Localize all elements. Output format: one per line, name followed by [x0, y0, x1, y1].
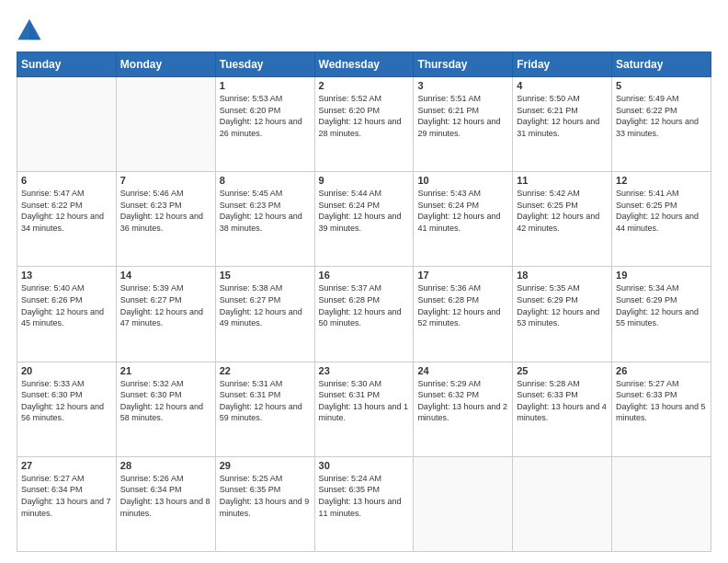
- day-number: 21: [120, 365, 211, 376]
- day-info: Sunrise: 5:47 AM Sunset: 6:22 PM Dayligh…: [21, 188, 112, 234]
- calendar-cell: 24Sunrise: 5:29 AM Sunset: 6:32 PM Dayli…: [414, 362, 513, 456]
- day-info: Sunrise: 5:26 AM Sunset: 6:34 PM Dayligh…: [120, 473, 211, 519]
- day-info: Sunrise: 5:43 AM Sunset: 6:24 PM Dayligh…: [417, 188, 508, 234]
- calendar-cell: 6Sunrise: 5:47 AM Sunset: 6:22 PM Daylig…: [17, 172, 117, 267]
- day-info: Sunrise: 5:34 AM Sunset: 6:29 PM Dayligh…: [616, 282, 707, 328]
- calendar-cell: 18Sunrise: 5:35 AM Sunset: 6:29 PM Dayli…: [513, 267, 612, 362]
- day-number: 26: [616, 365, 707, 376]
- logo-icon: [17, 17, 42, 42]
- day-info: Sunrise: 5:27 AM Sunset: 6:33 PM Dayligh…: [616, 378, 707, 424]
- day-number: 18: [517, 270, 608, 281]
- day-number: 16: [319, 270, 410, 281]
- day-header-thursday: Thursday: [414, 52, 513, 77]
- day-number: 25: [517, 365, 608, 376]
- calendar-cell: 11Sunrise: 5:42 AM Sunset: 6:25 PM Dayli…: [513, 172, 612, 267]
- day-info: Sunrise: 5:52 AM Sunset: 6:20 PM Dayligh…: [319, 93, 410, 139]
- calendar-cell: 19Sunrise: 5:34 AM Sunset: 6:29 PM Dayli…: [612, 267, 711, 362]
- day-number: 19: [616, 270, 707, 281]
- day-header-friday: Friday: [513, 52, 612, 77]
- day-info: Sunrise: 5:53 AM Sunset: 6:20 PM Dayligh…: [220, 93, 311, 139]
- calendar-cell: 9Sunrise: 5:44 AM Sunset: 6:24 PM Daylig…: [314, 172, 414, 267]
- day-number: 6: [21, 175, 112, 186]
- calendar-cell: 3Sunrise: 5:51 AM Sunset: 6:21 PM Daylig…: [414, 77, 513, 172]
- calendar-cell: 17Sunrise: 5:36 AM Sunset: 6:28 PM Dayli…: [414, 267, 513, 362]
- calendar-cell: [116, 77, 215, 172]
- day-header-monday: Monday: [116, 52, 215, 77]
- day-header-saturday: Saturday: [612, 52, 711, 77]
- day-number: 9: [319, 175, 410, 186]
- day-info: Sunrise: 5:51 AM Sunset: 6:21 PM Dayligh…: [417, 93, 508, 139]
- day-info: Sunrise: 5:45 AM Sunset: 6:23 PM Dayligh…: [220, 188, 311, 234]
- day-number: 17: [417, 270, 508, 281]
- calendar-table: SundayMondayTuesdayWednesdayThursdayFrid…: [17, 52, 711, 552]
- day-info: Sunrise: 5:28 AM Sunset: 6:33 PM Dayligh…: [517, 378, 608, 424]
- calendar-cell: 12Sunrise: 5:41 AM Sunset: 6:25 PM Dayli…: [612, 172, 711, 267]
- day-info: Sunrise: 5:40 AM Sunset: 6:26 PM Dayligh…: [21, 282, 112, 328]
- day-info: Sunrise: 5:24 AM Sunset: 6:35 PM Dayligh…: [319, 473, 410, 519]
- calendar-cell: 2Sunrise: 5:52 AM Sunset: 6:20 PM Daylig…: [314, 77, 414, 172]
- calendar-cell: 30Sunrise: 5:24 AM Sunset: 6:35 PM Dayli…: [314, 456, 414, 551]
- day-info: Sunrise: 5:29 AM Sunset: 6:32 PM Dayligh…: [417, 378, 508, 424]
- day-number: 2: [319, 80, 410, 91]
- day-number: 4: [517, 80, 608, 91]
- calendar-cell: 20Sunrise: 5:33 AM Sunset: 6:30 PM Dayli…: [17, 362, 117, 456]
- calendar-cell: 10Sunrise: 5:43 AM Sunset: 6:24 PM Dayli…: [414, 172, 513, 267]
- calendar-cell: [612, 456, 711, 551]
- logo: [17, 17, 46, 42]
- day-info: Sunrise: 5:44 AM Sunset: 6:24 PM Dayligh…: [319, 188, 410, 234]
- day-number: 23: [319, 365, 410, 376]
- day-info: Sunrise: 5:50 AM Sunset: 6:21 PM Dayligh…: [517, 93, 608, 139]
- calendar-cell: 1Sunrise: 5:53 AM Sunset: 6:20 PM Daylig…: [215, 77, 314, 172]
- day-number: 11: [517, 175, 608, 186]
- week-row-2: 6Sunrise: 5:47 AM Sunset: 6:22 PM Daylig…: [17, 172, 711, 267]
- header-row: SundayMondayTuesdayWednesdayThursdayFrid…: [17, 52, 711, 77]
- day-header-sunday: Sunday: [17, 52, 117, 77]
- calendar-cell: [17, 77, 117, 172]
- calendar-cell: [513, 456, 612, 551]
- day-info: Sunrise: 5:39 AM Sunset: 6:27 PM Dayligh…: [120, 282, 211, 328]
- calendar-cell: 23Sunrise: 5:30 AM Sunset: 6:31 PM Dayli…: [314, 362, 414, 456]
- header: [17, 17, 711, 42]
- day-info: Sunrise: 5:42 AM Sunset: 6:25 PM Dayligh…: [517, 188, 608, 234]
- day-number: 29: [220, 460, 311, 471]
- calendar-cell: 5Sunrise: 5:49 AM Sunset: 6:22 PM Daylig…: [612, 77, 711, 172]
- day-info: Sunrise: 5:35 AM Sunset: 6:29 PM Dayligh…: [517, 282, 608, 328]
- day-info: Sunrise: 5:41 AM Sunset: 6:25 PM Dayligh…: [616, 188, 707, 234]
- day-header-tuesday: Tuesday: [215, 52, 314, 77]
- calendar-cell: 27Sunrise: 5:27 AM Sunset: 6:34 PM Dayli…: [17, 456, 117, 551]
- week-row-5: 27Sunrise: 5:27 AM Sunset: 6:34 PM Dayli…: [17, 456, 711, 551]
- calendar-cell: 29Sunrise: 5:25 AM Sunset: 6:35 PM Dayli…: [215, 456, 314, 551]
- day-number: 13: [21, 270, 112, 281]
- day-info: Sunrise: 5:49 AM Sunset: 6:22 PM Dayligh…: [616, 93, 707, 139]
- day-info: Sunrise: 5:37 AM Sunset: 6:28 PM Dayligh…: [319, 282, 410, 328]
- day-number: 8: [220, 175, 311, 186]
- day-number: 24: [417, 365, 508, 376]
- day-number: 7: [120, 175, 211, 186]
- day-info: Sunrise: 5:30 AM Sunset: 6:31 PM Dayligh…: [319, 378, 410, 424]
- day-header-wednesday: Wednesday: [314, 52, 414, 77]
- calendar-cell: 7Sunrise: 5:46 AM Sunset: 6:23 PM Daylig…: [116, 172, 215, 267]
- page: SundayMondayTuesdayWednesdayThursdayFrid…: [0, 0, 728, 563]
- day-number: 1: [220, 80, 311, 91]
- day-info: Sunrise: 5:25 AM Sunset: 6:35 PM Dayligh…: [220, 473, 311, 519]
- day-number: 22: [220, 365, 311, 376]
- day-info: Sunrise: 5:33 AM Sunset: 6:30 PM Dayligh…: [21, 378, 112, 424]
- day-number: 15: [220, 270, 311, 281]
- calendar-cell: 14Sunrise: 5:39 AM Sunset: 6:27 PM Dayli…: [116, 267, 215, 362]
- week-row-3: 13Sunrise: 5:40 AM Sunset: 6:26 PM Dayli…: [17, 267, 711, 362]
- calendar-cell: 25Sunrise: 5:28 AM Sunset: 6:33 PM Dayli…: [513, 362, 612, 456]
- calendar-cell: 13Sunrise: 5:40 AM Sunset: 6:26 PM Dayli…: [17, 267, 117, 362]
- day-number: 14: [120, 270, 211, 281]
- day-number: 10: [417, 175, 508, 186]
- calendar-cell: 26Sunrise: 5:27 AM Sunset: 6:33 PM Dayli…: [612, 362, 711, 456]
- day-info: Sunrise: 5:46 AM Sunset: 6:23 PM Dayligh…: [120, 188, 211, 234]
- day-number: 30: [319, 460, 410, 471]
- calendar-cell: 16Sunrise: 5:37 AM Sunset: 6:28 PM Dayli…: [314, 267, 414, 362]
- day-info: Sunrise: 5:36 AM Sunset: 6:28 PM Dayligh…: [417, 282, 508, 328]
- calendar-cell: [414, 456, 513, 551]
- calendar-cell: 8Sunrise: 5:45 AM Sunset: 6:23 PM Daylig…: [215, 172, 314, 267]
- day-number: 5: [616, 80, 707, 91]
- day-info: Sunrise: 5:27 AM Sunset: 6:34 PM Dayligh…: [21, 473, 112, 519]
- day-number: 27: [21, 460, 112, 471]
- day-number: 28: [120, 460, 211, 471]
